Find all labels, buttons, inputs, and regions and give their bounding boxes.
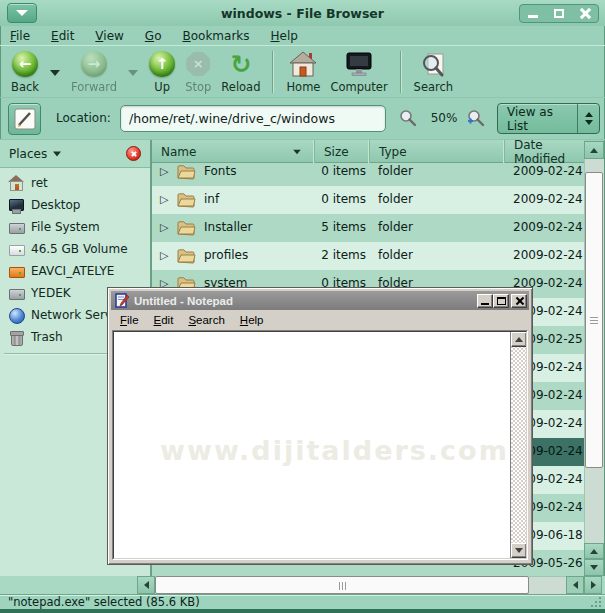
menu-item[interactable]: View: [95, 29, 123, 43]
sidebar-item[interactable]: ret: [0, 172, 150, 194]
notepad-text-area[interactable]: www.dijitalders.com: [113, 331, 527, 559]
notepad-close-button[interactable]: [511, 294, 527, 308]
watermark: www.dijitalders.com: [160, 435, 509, 466]
computer-icon: [345, 49, 373, 79]
menu-item[interactable]: Go: [145, 29, 162, 43]
expander-icon[interactable]: [160, 193, 168, 206]
scroll-down-button[interactable]: [511, 543, 527, 558]
scroll-left-button[interactable]: [566, 576, 584, 594]
folder-icon: [176, 191, 196, 211]
file-date: 2009-02-24 23:: [513, 192, 584, 206]
notepad-maximize-button[interactable]: [493, 294, 509, 308]
forward-button[interactable]: Forward: [66, 49, 122, 95]
drive-icon: [8, 219, 24, 235]
scroll-up-button[interactable]: [511, 332, 527, 347]
places-header[interactable]: Places: [0, 140, 150, 168]
table-row[interactable]: profiles 2 items folder 2009-02-24 23:: [152, 242, 584, 270]
file-name: inf: [204, 192, 219, 206]
edit-location-button[interactable]: [8, 103, 41, 135]
column-header-type[interactable]: Type: [370, 140, 505, 163]
sidebar-item-label: ret: [31, 176, 48, 190]
column-header-size[interactable]: Size: [315, 140, 370, 163]
file-date: 2009-02-24 23:: [513, 248, 584, 262]
menu-item[interactable]: Help: [271, 29, 298, 43]
sidebar-item[interactable]: 46.5 GB Volume: [0, 238, 150, 260]
column-header-name[interactable]: Name: [152, 140, 315, 163]
location-input[interactable]: [120, 105, 386, 132]
status-bar: "notepad.exe" selected (85.6 KB): [0, 594, 605, 609]
back-history-dropdown[interactable]: [44, 50, 66, 96]
menu-item[interactable]: Bookmarks: [182, 29, 249, 43]
notepad-titlebar[interactable]: Untitled - Notepad: [111, 291, 529, 310]
resize-grip[interactable]: [589, 597, 601, 607]
view-mode-select[interactable]: View as List: [497, 103, 600, 134]
reload-button[interactable]: Reload: [216, 49, 265, 95]
arrow-up-icon: [515, 337, 523, 342]
search-button[interactable]: Search: [409, 49, 459, 95]
scroll-right-button[interactable]: [584, 576, 602, 594]
window-menu-button[interactable]: [7, 3, 37, 23]
expander-icon[interactable]: [160, 249, 168, 262]
scroll-up-button[interactable]: [584, 543, 604, 559]
computer-button[interactable]: Computer: [325, 49, 392, 95]
home-icon: [289, 49, 317, 79]
list-header: Name Size Type Date Modified: [152, 140, 584, 163]
minimize-button[interactable]: [526, 7, 540, 20]
column-header-date[interactable]: Date Modified: [505, 140, 584, 163]
back-button[interactable]: Back: [6, 49, 44, 95]
expander-icon[interactable]: [160, 221, 168, 234]
chevron-down-icon: [53, 151, 61, 156]
sidebar-item[interactable]: EAVCI_ATELYE: [0, 260, 150, 282]
scroll-down-button[interactable]: [584, 559, 604, 576]
scroll-left-button[interactable]: [137, 576, 155, 594]
notepad-minimize-button[interactable]: [477, 294, 493, 308]
expander-icon[interactable]: [160, 165, 168, 178]
sidebar-item[interactable]: Desktop: [0, 194, 150, 216]
menu-item[interactable]: File: [10, 29, 30, 43]
forward-history-dropdown[interactable]: [122, 50, 144, 96]
location-label: Location:: [56, 111, 111, 125]
zoom-in-icon[interactable]: [466, 109, 485, 132]
notepad-menu-item[interactable]: Search: [188, 314, 224, 326]
file-type: folder: [378, 248, 413, 262]
forward-icon: [81, 51, 107, 77]
up-button[interactable]: Up: [144, 49, 180, 95]
file-size: 2 items: [315, 248, 366, 262]
arrow-down-icon: [590, 565, 598, 570]
sidebar-item[interactable]: File System: [0, 216, 150, 238]
sidebar-item-label: Trash: [31, 330, 63, 344]
location-bar: Location: 50% View as List: [0, 98, 605, 140]
notepad-menu-item[interactable]: File: [120, 314, 139, 326]
notepad-window[interactable]: Untitled - Notepad FileEditSearchHelp ww…: [107, 287, 533, 565]
close-panel-button[interactable]: [126, 146, 141, 161]
search-icon: [420, 49, 446, 79]
file-size: 0 items: [315, 164, 366, 178]
arrow-left-icon: [573, 581, 578, 589]
file-size: 5 items: [315, 220, 366, 234]
horizontal-scroll-track[interactable]: [529, 576, 566, 594]
menu-item[interactable]: Edit: [51, 29, 74, 43]
file-name: profiles: [204, 248, 248, 262]
maximize-icon: [497, 297, 506, 305]
notepad-client-border: www.dijitalders.com: [112, 330, 528, 560]
maximize-button[interactable]: [552, 7, 566, 20]
chevron-down-icon: [50, 70, 60, 76]
table-row[interactable]: inf 0 items folder 2009-02-24 23:: [152, 186, 584, 214]
notepad-vertical-scrollbar[interactable]: [510, 332, 526, 558]
scroll-up-button[interactable]: [584, 141, 604, 159]
titlebar[interactable]: windows - File Browser: [0, 0, 605, 26]
arrow-down-icon: [515, 548, 523, 553]
file-date: 2009-02-24 23:: [513, 164, 584, 178]
spinner-icon: [577, 104, 599, 133]
close-button[interactable]: [578, 7, 592, 20]
status-text: "notepad.exe" selected (85.6 KB): [8, 595, 200, 609]
vertical-scroll-thumb[interactable]: [585, 172, 603, 468]
notepad-menu-item[interactable]: Edit: [154, 314, 174, 326]
stop-button[interactable]: Stop: [180, 49, 216, 95]
table-row[interactable]: Installer 5 items folder 2009-02-24 23:: [152, 214, 584, 242]
zoom-out-icon[interactable]: [398, 109, 417, 132]
minimize-icon: [481, 303, 489, 305]
home-button[interactable]: Home: [281, 49, 325, 95]
notepad-menu-item[interactable]: Help: [240, 314, 264, 326]
horizontal-scroll-thumb[interactable]: [155, 576, 529, 594]
